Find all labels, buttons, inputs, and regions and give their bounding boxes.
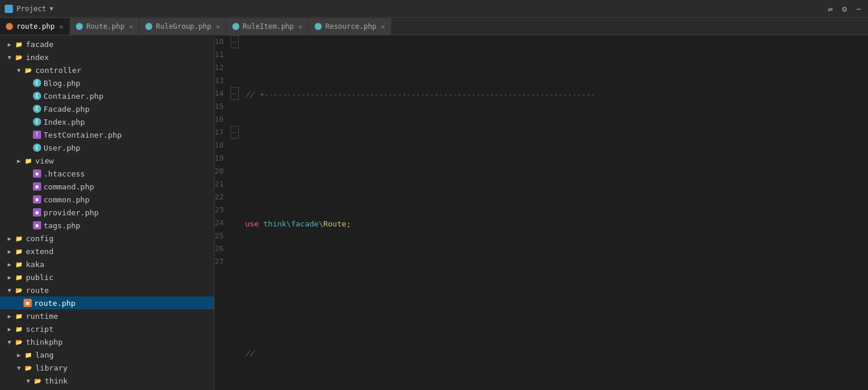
linenum-13: 13 xyxy=(215,74,229,87)
label-route-php-file: route.php xyxy=(34,299,75,308)
tree-item-think[interactable]: ▼ 📂 think xyxy=(0,374,214,387)
tab-close-Resource-php[interactable]: ✕ xyxy=(381,23,385,31)
tree-item-config[interactable]: ▶ 📁 config xyxy=(0,232,214,245)
linenum-14: 14 xyxy=(215,87,229,100)
tree-item-thinkphp[interactable]: ▼ 📂 thinkphp xyxy=(0,335,214,348)
gutter-23 xyxy=(229,204,241,216)
tree-item-Container-php[interactable]: C Container.php xyxy=(0,89,214,102)
line-23-nums: 23 xyxy=(215,204,241,216)
tab-icon-route-php xyxy=(6,23,13,30)
orange-icon-route-php: ■ xyxy=(24,299,32,307)
linenum-16: 16 xyxy=(215,113,229,126)
label-provider-php: provider.php xyxy=(44,208,99,217)
tree-item-Index-php[interactable]: C Index.php xyxy=(0,115,214,128)
tab-icon-Resource-php xyxy=(315,23,322,30)
line-22-nums: 22 xyxy=(215,191,241,204)
gutter-22 xyxy=(229,191,241,204)
tree-item-facade[interactable]: ▶ 📁 facade xyxy=(0,38,214,51)
tree-item-route-php[interactable]: ■ route.php xyxy=(0,296,214,309)
tab-close-route-php[interactable]: ✕ xyxy=(59,23,64,31)
tree-item-view[interactable]: ▶ 📁 view xyxy=(0,154,214,167)
settings-icon[interactable]: ⚙ xyxy=(840,4,849,14)
linenum-27: 27 xyxy=(215,255,229,268)
fold-17[interactable]: − xyxy=(231,126,239,139)
tab-label-route-php: route.php xyxy=(16,22,55,31)
gutter-15 xyxy=(229,100,241,113)
tree-item-User-php[interactable]: C User.php xyxy=(0,141,214,154)
folder-icon-kaka: 📁 xyxy=(14,259,24,269)
fold-10[interactable]: − xyxy=(231,35,239,48)
label-extend: extend xyxy=(26,247,54,256)
folder-icon-route: 📂 xyxy=(14,285,24,295)
tree-item-kaka[interactable]: ▶ 📁 kaka xyxy=(0,258,214,271)
linenum-17: 17 xyxy=(215,126,229,139)
label-kaka: kaka xyxy=(26,260,44,269)
tree-item-provider-php[interactable]: ■ provider.php xyxy=(0,206,214,219)
tree-item-library[interactable]: ▼ 📂 library xyxy=(0,361,214,374)
tree-item-cache[interactable]: ▶ 📁 cache xyxy=(0,387,214,390)
tree-item-Blog-php[interactable]: C Blog.php xyxy=(0,76,214,89)
purple-icon-common: ■ xyxy=(33,195,41,204)
space1 xyxy=(259,218,263,231)
editor-area[interactable]: 10 − 11 12 13 xyxy=(215,35,868,390)
line-19-nums: 19 xyxy=(215,152,241,165)
folder-icon-think: 📂 xyxy=(33,376,42,385)
line-14-nums: 14 − xyxy=(215,87,241,100)
tree-item-route[interactable]: ▼ 📂 route xyxy=(0,284,214,296)
tree-item-runtime[interactable]: ▶ 📁 runtime xyxy=(0,309,214,322)
arrow-extend: ▶ xyxy=(5,246,14,256)
tree-item-tags-php[interactable]: ■ tags.php xyxy=(0,219,214,232)
class-Route-12: Route xyxy=(323,218,346,231)
folder-icon-controller: 📂 xyxy=(24,65,33,75)
tab-RuleGroup-php[interactable]: RuleGroup.php ✕ xyxy=(139,18,226,35)
tree-item-index[interactable]: ▼ 📂 index xyxy=(0,51,214,64)
tree-item-public[interactable]: ▶ 📁 public xyxy=(0,271,214,284)
label-script: script xyxy=(26,325,54,334)
purple-icon-command: ■ xyxy=(33,182,41,191)
tree-item-controller[interactable]: ▼ 📂 controller xyxy=(0,64,214,76)
gutter-10: − xyxy=(229,35,241,48)
gutter-14: − xyxy=(229,87,241,100)
gutter-13 xyxy=(229,74,241,87)
line-25-nums: 25 xyxy=(215,229,241,242)
comment-14: // xyxy=(245,347,255,360)
label-controller: controller xyxy=(35,66,81,75)
tree-item-common-php[interactable]: ■ common.php xyxy=(0,193,214,206)
tab-close-RuleItem-php[interactable]: ✕ xyxy=(299,23,303,31)
gutter-20 xyxy=(229,165,241,178)
arrow-library: ▼ xyxy=(14,363,24,372)
tree-item-command-php[interactable]: ■ command.php xyxy=(0,180,214,193)
arrow-public: ▶ xyxy=(5,272,14,282)
tab-close-RuleGroup-php[interactable]: ✕ xyxy=(216,23,220,31)
tree-item-htaccess[interactable]: ■ .htaccess xyxy=(0,167,214,180)
tree-item-TestContainer-php[interactable]: T TestContainer.php xyxy=(0,128,214,141)
gutter-26 xyxy=(229,242,241,255)
tab-close-Route-php[interactable]: ✕ xyxy=(129,23,133,31)
fold-14[interactable]: − xyxy=(231,87,239,100)
tree-item-extend[interactable]: ▶ 📁 extend xyxy=(0,245,214,258)
linenum-20: 20 xyxy=(215,165,229,178)
tree-item-lang[interactable]: ▶ 📁 lang xyxy=(0,348,214,361)
spacer2 xyxy=(24,91,33,101)
folder-icon-library: 📂 xyxy=(24,363,33,372)
code-line-10: // +------------------------------------… xyxy=(245,88,868,101)
tab-route-php[interactable]: route.php ✕ xyxy=(0,18,70,35)
equalizer-icon[interactable]: ⇌ xyxy=(826,4,835,14)
tab-Resource-php[interactable]: Resource.php ✕ xyxy=(309,18,391,35)
code-content[interactable]: // +------------------------------------… xyxy=(241,35,868,390)
project-dropdown-icon[interactable]: ▼ xyxy=(50,5,54,12)
gutter-18 xyxy=(229,139,241,152)
file-tree[interactable]: ▶ 📁 facade ▼ 📂 index ▼ 📂 controller C Bl… xyxy=(0,35,215,390)
tab-RuleItem-php[interactable]: RuleItem.php ✕ xyxy=(226,18,309,35)
tree-item-Facade-php[interactable]: C Facade.php xyxy=(0,102,214,115)
label-User-php: User.php xyxy=(44,144,81,152)
keyword-use: use xyxy=(245,218,259,231)
minimize-icon[interactable]: − xyxy=(854,4,863,14)
tab-icon-RuleGroup-php xyxy=(145,23,152,30)
tab-Route-php[interactable]: Route.php ✕ xyxy=(70,18,140,35)
label-Facade-php: Facade.php xyxy=(44,105,89,114)
label-runtime: runtime xyxy=(26,312,58,321)
label-think: think xyxy=(45,376,68,385)
gutter-19 xyxy=(229,152,241,165)
tree-item-script[interactable]: ▶ 📁 script xyxy=(0,322,214,335)
